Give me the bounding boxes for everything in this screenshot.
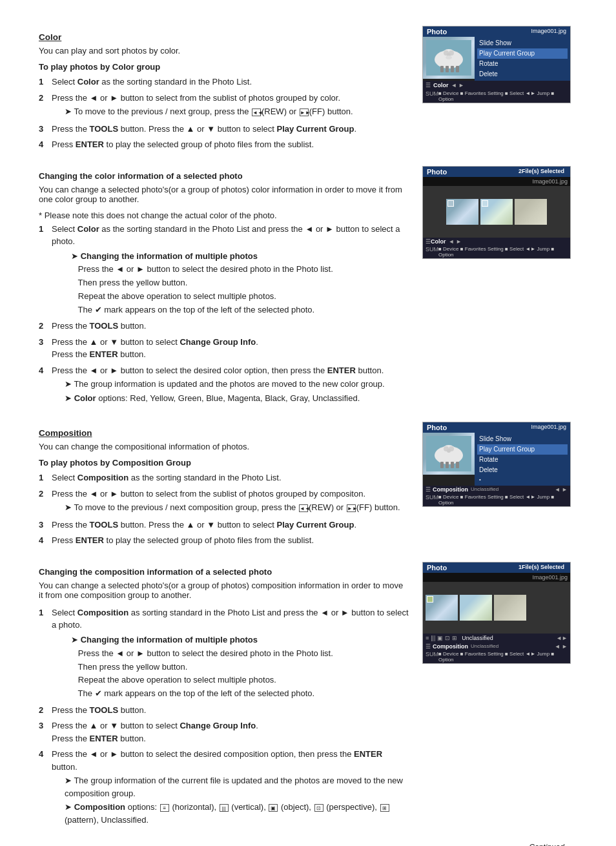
vert-icon: ||| [220,804,229,812]
svg-rect-19 [451,462,454,468]
photo-ui-body-1: Slide Show Play Current Group Rotate Del… [423,37,570,81]
photo-ui-3: Photo Image001.jpg [422,422,571,506]
comp-step-3: 3 Press the TOOLS button. Press the ▲ or… [39,519,409,531]
svg-point-10 [446,56,452,59]
svg-rect-6 [440,66,444,72]
comp-checkbox-1 [427,596,433,603]
photo-bottom-bar-4: SUM ■ Device ■ Favorites Setting ■ Selec… [423,650,570,663]
svg-rect-20 [456,462,459,468]
continued-link: Continued _ [529,843,571,846]
photo-ui-body-2 [423,186,570,238]
change-color-text: Changing the color information of a sele… [39,166,422,409]
photo-ui-header-3: Photo Image001.jpg [423,422,570,433]
color-section-block: Color You can play and sort photos by co… [39,26,577,154]
comp-change-step-4: 4 Press the ◄ or ► button to select the … [39,748,409,827]
composition-section-block: Composition You can change the compositi… [39,422,577,550]
photo-thumb-comp1 [423,433,475,475]
photo-ui-body-4 [423,582,570,634]
step-2: 2 Press the ◄ or ► button to select from… [39,92,409,119]
svg-rect-7 [446,66,449,72]
photo-ui-header-4: Photo 1File(s) Selected [423,562,570,573]
comp-filter-ui-2: ☰ Composition Unclassified ◄ ► [423,643,570,650]
sub-tip-1: ➤ Changing the information of multiple p… [52,250,409,317]
continued-wrapper: Continued _ [39,842,577,846]
photo-bottom-bar-3: SUM ■ Device ■ Favorites Setting ■ Selec… [423,493,570,506]
photo-ui-4: Photo 1File(s) Selected Image001.jpg [422,562,571,664]
comp-step-4: 4 Press ENTER to play the selected group… [39,534,409,547]
change-comp-heading: Changing the composition information of … [39,567,409,577]
photo-thumb-wrapper-1 [446,199,478,225]
horiz-icon: ≡ [160,804,169,812]
photo-thumb-3 [515,199,547,225]
change-color-heading: Changing the color information of a sele… [39,171,409,181]
photo-thumb-wrapper-2 [480,199,513,225]
play-comp-steps: 1 Select Composition as the sorting stan… [39,471,409,547]
comp-filter-ui-1: ☰ Composition Unclassified ◄ ► [423,486,570,493]
step-3: 3 Press the TOOLS button. Press the ▲ or… [39,123,409,136]
step-4: 4 Press ENTER to play the selected group… [39,138,409,151]
comp-tip-4a: The group information of the current fil… [52,774,409,800]
comp-thumb-1 [426,595,458,621]
comp-screenshot-2: Photo 1File(s) Selected Image001.jpg [422,562,577,664]
svg-rect-8 [451,66,454,72]
photo-ui-header-2: Photo 2File(s) Selected [423,167,570,177]
svg-rect-9 [456,66,459,72]
play-by-comp-heading: To play photos by Composition Group [39,458,409,468]
tip-4b: Color options: Red, Yellow, Green, Blue,… [52,392,409,405]
comp-screenshot-1: Photo Image001.jpg [422,422,577,506]
comp-change-step-2: 2 Press the TOOLS button. [39,704,409,717]
photo-ui-1: Photo Image001.jpg [422,26,571,103]
change-color-intro: You can change a selected photo's(or a g… [39,185,409,204]
svg-rect-17 [440,462,444,468]
photo-ui-2: Photo 2File(s) Selected Image001.jpg [422,166,571,259]
comp-tip-4b: Composition options: ≡ (horizontal), |||… [52,801,409,826]
change-color-steps: 1 Select Color as the sorting standard i… [39,223,409,406]
change-step-2: 2 Press the TOOLS button. [39,320,409,333]
rew-icon: ◄◄ [252,108,261,116]
play-by-color-heading: To play photos by Color group [39,62,409,72]
change-step-1: 1 Select Color as the sorting standard i… [39,223,409,317]
step-1: 1 Select Color as the sorting standard i… [39,76,409,88]
comp-sub-tip-1: ➤ Changing the information of multiple p… [52,634,409,701]
photo-ui-body-3: Slide Show Play Current Group Rotate Del… [423,433,570,485]
ff-icon: ►► [300,108,309,116]
photo-bottom-bar-2: SUM ■ Device ■ Favorites Setting ■ Selec… [423,245,570,258]
color-screenshot-2: Photo 2File(s) Selected Image001.jpg [422,166,577,259]
photo-menu-3: Slide Show Play Current Group Rotate Del… [475,433,570,485]
svg-rect-18 [446,462,449,468]
persp-icon: ⊡ [314,804,323,812]
change-comp-steps: 1 Select Composition as sorting standard… [39,606,409,827]
obj-icon: ▣ [269,804,278,812]
color-section-title: Color [39,32,409,42]
comp-step-2: 2 Press the ◄ or ► button to select from… [39,488,409,515]
rew-icon-2: ◄◄ [299,504,308,512]
change-color-block: Changing the color information of a sele… [39,166,577,409]
photo-filter-bar-1: ☰ Color ◄ ► [423,81,570,90]
change-comp-block: Changing the composition information of … [39,562,577,831]
checkbox-overlay-2 [482,200,488,207]
change-color-note: * Please note this does not change the a… [39,211,409,220]
sheep-illustration [426,40,471,76]
change-step-4: 4 Press the ◄ or ► button to select the … [39,364,409,406]
comp-filename-2: Image001.jpg [423,573,570,582]
page-wrapper: Color You can play and sort photos by co… [0,0,616,846]
play-color-steps: 1 Select Color as the sorting standard i… [39,76,409,151]
photo-menu-1: Slide Show Play Current Group Rotate Del… [475,37,570,81]
ff-icon-2: ►► [347,504,356,512]
photo-bottom-bar-1: SUM ■ Device ■ Favorites Setting ■ Selec… [423,90,570,103]
patt-icon: ⊞ [380,804,389,812]
photo-filename-2: Image001.jpg [423,177,570,186]
svg-point-16 [447,449,451,453]
color-section-intro: You can play and sort photos by color. [39,46,409,56]
tip-4a: The group information is updated and the… [52,378,409,391]
comp-tip-2: To move to the previous / next compositi… [52,501,409,514]
composition-section-title: Composition [39,428,409,438]
sheep-illustration-2 [426,436,471,471]
photo-filter-bar-2: ☰ Color ◄ ► [423,238,570,245]
comp-thumb-3 [494,595,526,621]
color-screenshot-1: Photo Image001.jpg [422,26,577,103]
composition-text-col: Composition You can change the compositi… [39,422,422,550]
checkbox-overlay-1 [447,200,454,207]
comp-thumb-2 [460,595,492,621]
tip-2: To move to the previous / next group, pr… [52,105,409,118]
